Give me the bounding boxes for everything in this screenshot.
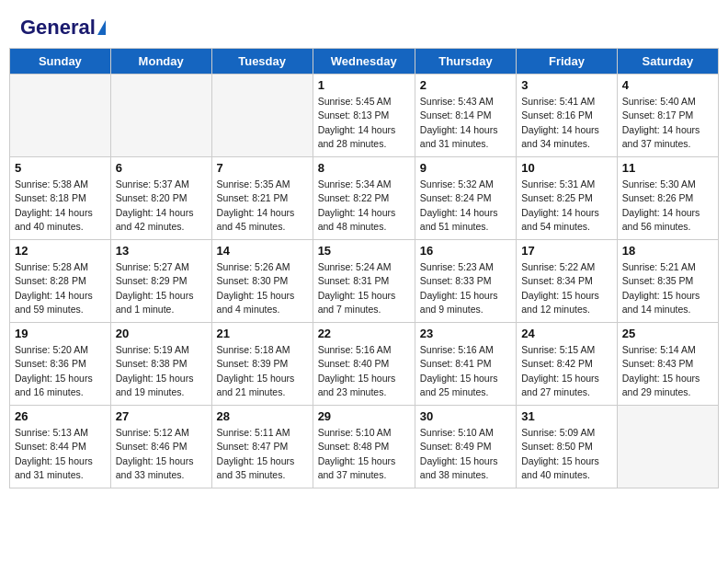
logo-text-general: General [20,17,96,39]
calendar-cell-5-7 [617,406,718,488]
day-info: Sunrise: 5:26 AMSunset: 8:30 PMDaylight:… [217,260,308,316]
calendar-cell-4-4: 22Sunrise: 5:16 AMSunset: 8:40 PMDayligh… [313,323,415,406]
week-row-1: 1Sunrise: 5:45 AMSunset: 8:13 PMDaylight… [10,75,719,157]
calendar-cell-3-6: 17Sunrise: 5:22 AMSunset: 8:34 PMDayligh… [517,240,618,323]
day-number: 27 [116,409,207,423]
day-number: 14 [217,244,308,258]
day-number: 17 [521,244,612,258]
calendar-cell-4-2: 20Sunrise: 5:19 AMSunset: 8:38 PMDayligh… [110,323,211,406]
day-number: 15 [318,244,410,258]
calendar-cell-3-4: 15Sunrise: 5:24 AMSunset: 8:31 PMDayligh… [313,240,415,323]
day-info: Sunrise: 5:23 AMSunset: 8:33 PMDaylight:… [420,260,511,316]
day-number: 10 [521,161,612,175]
calendar-table: SundayMondayTuesdayWednesdayThursdayFrid… [9,48,719,488]
calendar-cell-3-5: 16Sunrise: 5:23 AMSunset: 8:33 PMDayligh… [415,240,516,323]
day-info: Sunrise: 5:10 AMSunset: 8:49 PMDaylight:… [420,426,511,482]
weekday-header-sunday: Sunday [10,49,111,75]
weekday-header-wednesday: Wednesday [313,49,415,75]
weekday-header-saturday: Saturday [617,49,718,75]
day-number: 30 [420,409,511,423]
calendar-cell-1-4: 1Sunrise: 5:45 AMSunset: 8:13 PMDaylight… [313,75,415,157]
calendar-cell-2-6: 10Sunrise: 5:31 AMSunset: 8:25 PMDayligh… [517,157,618,240]
calendar-cell-3-1: 12Sunrise: 5:28 AMSunset: 8:28 PMDayligh… [10,240,111,323]
calendar-cell-2-7: 11Sunrise: 5:30 AMSunset: 8:26 PMDayligh… [617,157,718,240]
day-number: 20 [116,327,207,340]
day-number: 26 [15,409,106,423]
day-number: 18 [622,244,713,258]
day-info: Sunrise: 5:24 AMSunset: 8:31 PMDaylight:… [318,260,410,316]
week-row-3: 12Sunrise: 5:28 AMSunset: 8:28 PMDayligh… [10,240,719,323]
day-info: Sunrise: 5:13 AMSunset: 8:44 PMDaylight:… [15,426,106,482]
calendar-cell-4-1: 19Sunrise: 5:20 AMSunset: 8:36 PMDayligh… [10,323,111,406]
calendar-cell-1-1 [10,75,111,157]
day-number: 11 [622,161,713,175]
weekday-header-monday: Monday [110,49,211,75]
calendar-cell-5-4: 29Sunrise: 5:10 AMSunset: 8:48 PMDayligh… [313,406,415,488]
weekday-header-row: SundayMondayTuesdayWednesdayThursdayFrid… [10,49,719,75]
day-info: Sunrise: 5:16 AMSunset: 8:41 PMDaylight:… [420,343,511,399]
calendar-cell-2-5: 9Sunrise: 5:32 AMSunset: 8:24 PMDaylight… [415,157,516,240]
calendar-cell-2-4: 8Sunrise: 5:34 AMSunset: 8:22 PMDaylight… [313,157,415,240]
day-number: 31 [521,409,612,423]
day-number: 8 [318,161,410,175]
day-info: Sunrise: 5:14 AMSunset: 8:43 PMDaylight:… [622,343,713,399]
day-number: 19 [15,327,106,340]
day-info: Sunrise: 5:18 AMSunset: 8:39 PMDaylight:… [217,343,308,399]
day-number: 29 [318,409,410,423]
day-info: Sunrise: 5:34 AMSunset: 8:22 PMDaylight:… [318,178,410,234]
day-info: Sunrise: 5:22 AMSunset: 8:34 PMDaylight:… [521,260,612,316]
calendar-cell-1-5: 2Sunrise: 5:43 AMSunset: 8:14 PMDaylight… [415,75,516,157]
calendar-cell-2-1: 5Sunrise: 5:38 AMSunset: 8:18 PMDaylight… [10,157,111,240]
day-number: 3 [521,78,612,92]
day-info: Sunrise: 5:41 AMSunset: 8:16 PMDaylight:… [521,95,612,151]
day-info: Sunrise: 5:11 AMSunset: 8:47 PMDaylight:… [217,426,308,482]
day-info: Sunrise: 5:09 AMSunset: 8:50 PMDaylight:… [521,426,612,482]
day-info: Sunrise: 5:20 AMSunset: 8:36 PMDaylight:… [15,343,106,399]
day-info: Sunrise: 5:12 AMSunset: 8:46 PMDaylight:… [116,426,207,482]
day-number: 13 [116,244,207,258]
day-number: 21 [217,327,308,340]
day-info: Sunrise: 5:35 AMSunset: 8:21 PMDaylight:… [217,178,308,234]
day-number: 16 [420,244,511,258]
day-number: 4 [622,78,713,92]
day-info: Sunrise: 5:15 AMSunset: 8:42 PMDaylight:… [521,343,612,399]
calendar-cell-1-2 [110,75,211,157]
page-header: General [9,9,719,42]
calendar-cell-2-2: 6Sunrise: 5:37 AMSunset: 8:20 PMDaylight… [110,157,211,240]
calendar-cell-5-6: 31Sunrise: 5:09 AMSunset: 8:50 PMDayligh… [517,406,618,488]
calendar-cell-1-7: 4Sunrise: 5:40 AMSunset: 8:17 PMDaylight… [617,75,718,157]
day-info: Sunrise: 5:45 AMSunset: 8:13 PMDaylight:… [318,95,410,151]
calendar-cell-3-3: 14Sunrise: 5:26 AMSunset: 8:30 PMDayligh… [211,240,313,323]
day-number: 24 [521,327,612,340]
day-info: Sunrise: 5:32 AMSunset: 8:24 PMDaylight:… [420,178,511,234]
day-number: 1 [318,78,410,92]
day-info: Sunrise: 5:10 AMSunset: 8:48 PMDaylight:… [318,426,410,482]
day-info: Sunrise: 5:28 AMSunset: 8:28 PMDaylight:… [15,260,106,316]
day-number: 7 [217,161,308,175]
calendar-cell-4-7: 25Sunrise: 5:14 AMSunset: 8:43 PMDayligh… [617,323,718,406]
weekday-header-tuesday: Tuesday [211,49,313,75]
week-row-4: 19Sunrise: 5:20 AMSunset: 8:36 PMDayligh… [10,323,719,406]
day-number: 28 [217,409,308,423]
logo: General [20,17,106,39]
week-row-5: 26Sunrise: 5:13 AMSunset: 8:44 PMDayligh… [10,406,719,488]
day-info: Sunrise: 5:43 AMSunset: 8:14 PMDaylight:… [420,95,511,151]
day-number: 25 [622,327,713,340]
day-info: Sunrise: 5:31 AMSunset: 8:25 PMDaylight:… [521,178,612,234]
week-row-2: 5Sunrise: 5:38 AMSunset: 8:18 PMDaylight… [10,157,719,240]
day-number: 6 [116,161,207,175]
day-info: Sunrise: 5:38 AMSunset: 8:18 PMDaylight:… [15,178,106,234]
day-number: 23 [420,327,511,340]
day-number: 9 [420,161,511,175]
weekday-header-thursday: Thursday [415,49,516,75]
logo-triangle-icon [97,20,106,35]
day-info: Sunrise: 5:21 AMSunset: 8:35 PMDaylight:… [622,260,713,316]
day-number: 12 [15,244,106,258]
day-info: Sunrise: 5:27 AMSunset: 8:29 PMDaylight:… [116,260,207,316]
weekday-header-friday: Friday [517,49,618,75]
day-info: Sunrise: 5:19 AMSunset: 8:38 PMDaylight:… [116,343,207,399]
calendar-cell-3-7: 18Sunrise: 5:21 AMSunset: 8:35 PMDayligh… [617,240,718,323]
day-number: 5 [15,161,106,175]
calendar-cell-1-3 [211,75,313,157]
day-info: Sunrise: 5:40 AMSunset: 8:17 PMDaylight:… [622,95,713,151]
